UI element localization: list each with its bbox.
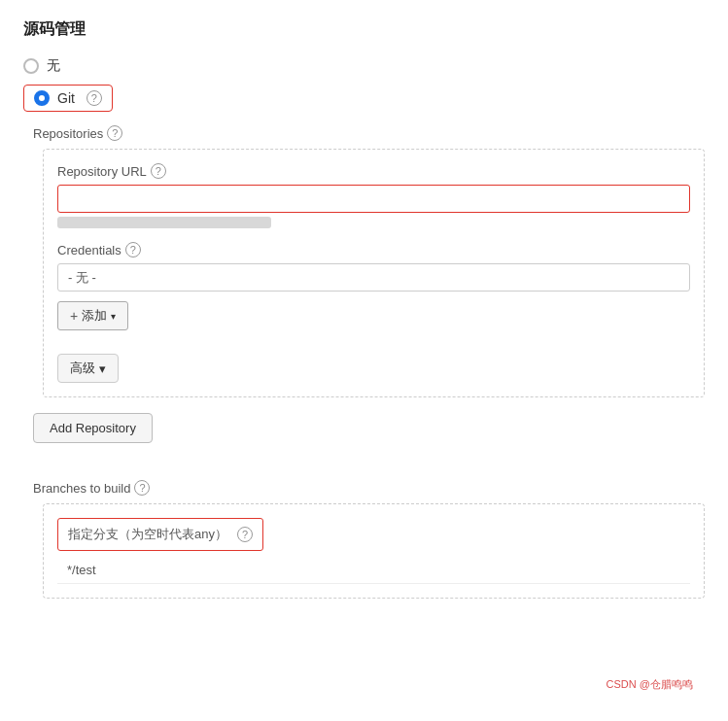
branch-field-help-icon[interactable]: ? bbox=[237, 527, 253, 542]
advanced-section: 高级 ▾ bbox=[57, 342, 690, 383]
repositories-help-icon[interactable]: ? bbox=[107, 125, 122, 141]
radio-git-label: Git bbox=[57, 90, 75, 106]
repo-url-label: Repository URL ? bbox=[57, 163, 690, 179]
radio-group: 无 Git ? bbox=[23, 57, 705, 112]
repo-url-value-row bbox=[57, 217, 690, 228]
page-title: 源码管理 bbox=[23, 19, 705, 40]
add-repository-section: Add Repository bbox=[33, 413, 705, 463]
advanced-label: 高级 bbox=[70, 360, 95, 377]
branch-field-label-text: 指定分支（为空时代表any） bbox=[68, 526, 227, 543]
repo-url-input[interactable] bbox=[57, 185, 690, 213]
add-icon: + bbox=[70, 308, 78, 324]
watermark: CSDN @仓腊鸣鸣 bbox=[607, 677, 693, 692]
credentials-help-icon[interactable]: ? bbox=[125, 242, 141, 258]
branches-container: 指定分支（为空时代表any） ? */test bbox=[43, 503, 705, 599]
add-credentials-label: 添加 bbox=[82, 307, 107, 325]
advanced-button[interactable]: 高级 ▾ bbox=[57, 354, 119, 383]
add-credentials-button[interactable]: + 添加 ▾ bbox=[57, 301, 128, 330]
dropdown-icon: ▾ bbox=[111, 311, 116, 322]
advanced-chevron-icon: ▾ bbox=[99, 361, 106, 376]
repo-url-section: Repository URL ? bbox=[57, 163, 690, 228]
branches-section: Branches to build ? 指定分支（为空时代表any） ? */t… bbox=[33, 480, 705, 599]
credentials-select[interactable]: - 无 - bbox=[57, 263, 690, 292]
branches-label: Branches to build ? bbox=[33, 480, 705, 496]
radio-none-label: 无 bbox=[47, 57, 60, 75]
repo-url-help-icon[interactable]: ? bbox=[151, 163, 166, 179]
git-help-icon[interactable]: ? bbox=[87, 90, 102, 106]
add-repository-label: Add Repository bbox=[50, 421, 136, 435]
radio-none-circle bbox=[23, 58, 39, 74]
branches-help-icon[interactable]: ? bbox=[134, 480, 150, 496]
credentials-label: Credentials ? bbox=[57, 242, 690, 258]
branch-value: */test bbox=[57, 557, 690, 584]
repositories-label: Repositories ? bbox=[33, 125, 705, 141]
radio-git-circle bbox=[34, 90, 50, 106]
repo-url-blurred-value bbox=[57, 217, 271, 228]
add-repository-button[interactable]: Add Repository bbox=[33, 413, 153, 443]
credentials-section: Credentials ? - 无 - + 添加 ▾ bbox=[57, 242, 690, 330]
radio-git[interactable]: Git ? bbox=[23, 85, 113, 112]
branch-field-label: 指定分支（为空时代表any） ? bbox=[57, 518, 263, 551]
radio-none[interactable]: 无 bbox=[23, 57, 705, 75]
repositories-container: Repository URL ? Credentials ? - 无 - bbox=[43, 149, 705, 397]
